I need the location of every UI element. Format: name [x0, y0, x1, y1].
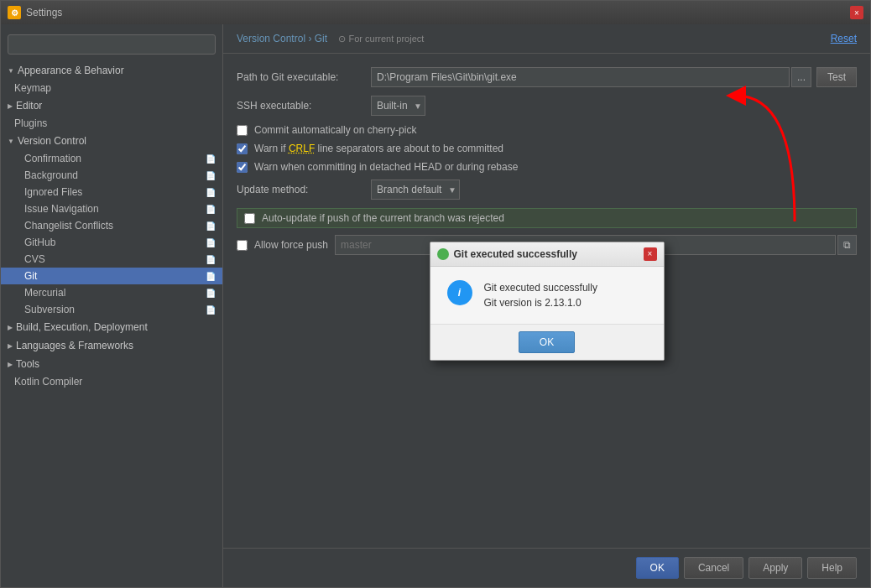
breadcrumb-prefix: Version Control: [237, 33, 305, 44]
sidebar-item-label: Keymap: [14, 82, 51, 94]
help-button[interactable]: Help: [807, 557, 857, 579]
sidebar-item-label: Changelist Conflicts: [24, 220, 113, 232]
main-content: ▼ Appearance & Behavior Keymap ▶ Editor …: [1, 24, 870, 587]
sidebar-item-label: CVS: [24, 253, 45, 265]
window-title: Settings: [26, 7, 850, 18]
sidebar-item-label: Confirmation: [24, 153, 81, 164]
sidebar-item-label: GitHub: [24, 237, 55, 248]
page-icon: 📄: [206, 238, 216, 247]
project-note: ⊙ For current project: [338, 34, 424, 44]
expand-icon: ▼: [8, 67, 14, 75]
page-icon: 📄: [206, 171, 216, 180]
settings-window: ⚙ Settings × ▼ Appearance & Behavior Key…: [0, 0, 871, 588]
content-header: Version Control › Git ⊙ For current proj…: [223, 24, 870, 54]
sidebar-item-tools[interactable]: ▶ Tools: [1, 355, 222, 373]
sidebar-item-issue-navigation[interactable]: Issue Navigation 📄: [1, 200, 222, 217]
page-icon: 📄: [206, 154, 216, 164]
success-dialog: Git executed successfully × i Git execut…: [430, 242, 665, 361]
sidebar-item-keymap[interactable]: Keymap: [1, 80, 222, 96]
expand-icon: ▶: [8, 361, 13, 368]
sidebar-item-label: Ignored Files: [24, 186, 82, 198]
dialog-footer: OK: [430, 324, 664, 360]
sidebar-item-label: Languages & Frameworks: [16, 340, 133, 351]
sidebar-item-label: Background: [24, 169, 78, 181]
dialog-message-line1: Git executed successfully: [484, 280, 597, 295]
dialog-body: i Git executed successfully Git version …: [430, 267, 664, 324]
sidebar-item-confirmation[interactable]: Confirmation 📄: [1, 150, 222, 167]
reset-link[interactable]: Reset: [831, 33, 857, 44]
sidebar-item-label: Subversion: [24, 304, 75, 315]
sidebar-item-label: Editor: [16, 100, 42, 112]
app-icon: ⚙: [8, 6, 21, 19]
page-icon: 📄: [206, 255, 216, 264]
sidebar-item-label: Tools: [16, 358, 39, 370]
content-panel: Version Control › Git ⊙ For current proj…: [223, 24, 870, 587]
dialog-ok-button[interactable]: OK: [519, 331, 575, 353]
sidebar-item-github[interactable]: GitHub 📄: [1, 234, 222, 251]
sidebar-item-git[interactable]: Git 📄: [1, 268, 222, 284]
sidebar-item-background[interactable]: Background 📄: [1, 167, 222, 184]
sidebar-item-plugins[interactable]: Plugins: [1, 115, 222, 132]
expand-icon: ▶: [8, 324, 13, 331]
sidebar-item-label: Kotlin Compiler: [14, 376, 82, 388]
page-icon: 📄: [206, 205, 216, 214]
dialog-message-line2: Git version is 2.13.1.0: [484, 295, 597, 310]
dialog-title-bar: Git executed successfully ×: [430, 242, 664, 267]
ok-button[interactable]: OK: [636, 557, 679, 579]
breadcrumb-separator: ›: [308, 33, 314, 44]
expand-icon: ▶: [8, 102, 13, 110]
page-icon: 📄: [206, 305, 216, 315]
page-icon: 📄: [206, 289, 216, 298]
info-icon-label: i: [458, 287, 461, 299]
sidebar-item-mercurial[interactable]: Mercurial 📄: [1, 284, 222, 301]
sidebar-item-label: Plugins: [14, 117, 47, 129]
sidebar-item-label: Git: [24, 270, 37, 282]
sidebar-item-kotlin[interactable]: Kotlin Compiler: [1, 373, 222, 390]
sidebar-item-languages[interactable]: ▶ Languages & Frameworks: [1, 336, 222, 355]
sidebar-item-label: Mercurial: [24, 287, 65, 299]
sidebar-item-label: Issue Navigation: [24, 203, 99, 215]
page-icon: 📄: [206, 272, 216, 281]
sidebar-item-version-control[interactable]: ▼ Version Control: [1, 132, 222, 150]
dialog-title: Git executed successfully: [454, 248, 644, 260]
dialog-overlay: Git executed successfully × i Git execut…: [223, 54, 870, 548]
footer: OK Cancel Apply Help: [223, 548, 870, 587]
breadcrumb: Version Control › Git ⊙ For current proj…: [237, 33, 424, 44]
sidebar-item-build[interactable]: ▶ Build, Execution, Deployment: [1, 318, 222, 336]
sidebar-item-changelist-conflicts[interactable]: Changelist Conflicts 📄: [1, 217, 222, 234]
sidebar-item-appearance[interactable]: ▼ Appearance & Behavior: [1, 61, 222, 80]
sidebar-item-subversion[interactable]: Subversion 📄: [1, 301, 222, 318]
sidebar-item-ignored-files[interactable]: Ignored Files 📄: [1, 184, 222, 200]
sidebar-item-label: Version Control: [18, 135, 86, 147]
sidebar-item-label: Appearance & Behavior: [18, 65, 124, 76]
search-input[interactable]: [8, 34, 216, 55]
sidebar-item-label: Build, Execution, Deployment: [16, 321, 148, 333]
apply-button[interactable]: Apply: [748, 557, 802, 579]
close-button[interactable]: ×: [850, 6, 863, 19]
sidebar-item-editor[interactable]: ▶ Editor: [1, 96, 222, 115]
breadcrumb-current: Git: [315, 33, 327, 44]
info-icon: i: [447, 280, 472, 305]
sidebar-item-cvs[interactable]: CVS 📄: [1, 251, 222, 268]
content-body: Path to Git executable: ... Test SSH exe…: [223, 54, 870, 548]
dialog-close-button[interactable]: ×: [644, 247, 657, 261]
git-success-icon: [437, 248, 449, 260]
expand-icon: ▶: [8, 342, 13, 350]
expand-icon: ▼: [8, 138, 14, 145]
cancel-button[interactable]: Cancel: [684, 557, 743, 579]
title-bar: ⚙ Settings ×: [1, 1, 870, 24]
sidebar: ▼ Appearance & Behavior Keymap ▶ Editor …: [1, 24, 223, 587]
dialog-message: Git executed successfully Git version is…: [484, 280, 597, 310]
page-icon: 📄: [206, 221, 216, 231]
page-icon: 📄: [206, 188, 216, 197]
